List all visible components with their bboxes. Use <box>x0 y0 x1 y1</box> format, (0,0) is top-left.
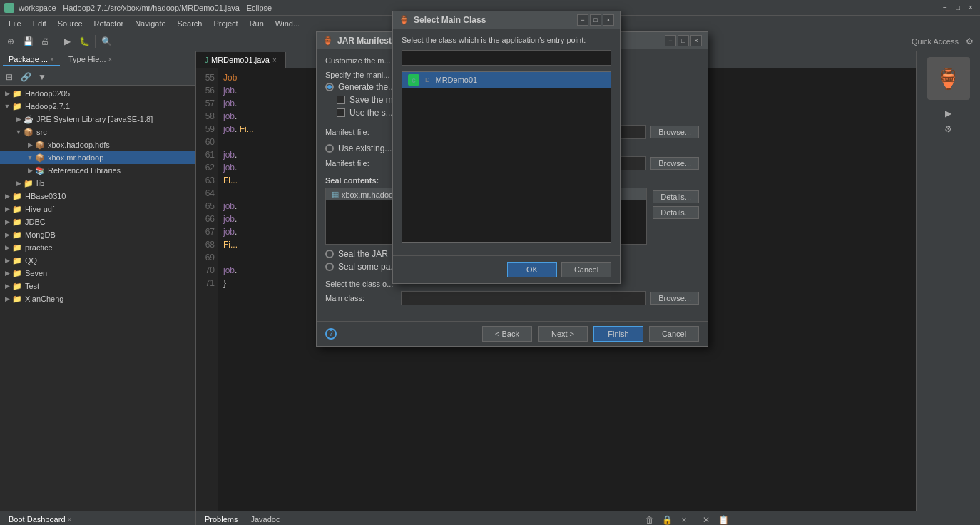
link-editor-button[interactable]: 🔗 <box>18 69 34 85</box>
minimize-button[interactable]: − <box>940 3 950 13</box>
radio-existing-label: Use existing... <box>338 143 392 153</box>
run-button[interactable]: ▶ <box>59 34 75 49</box>
jar-close-btn[interactable]: × <box>690 35 702 46</box>
filter-button[interactable]: ▼ <box>34 69 50 85</box>
menu-window[interactable]: Wind... <box>270 18 305 29</box>
class-list-item-mrdemo[interactable]: c D MRDemo01 <box>402 72 611 88</box>
close-boot-tab[interactable]: × <box>68 516 72 524</box>
tree-item-hive[interactable]: ▶ 📁 Hive-udf <box>0 203 195 215</box>
class-list: c D MRDemo01 <box>402 71 611 243</box>
select-cancel-button[interactable]: Cancel <box>561 262 611 277</box>
radio-existing-circle <box>325 144 334 153</box>
ok-button[interactable]: OK <box>507 262 557 277</box>
tree-item-ref-libs[interactable]: ▶ 📚 Referenced Libraries <box>0 164 195 177</box>
qq-icon: 📁 <box>11 255 23 266</box>
right-panel: 🏺 ▶ ⚙ <box>916 51 980 511</box>
panel-header: Package ... × Type Hie... × <box>0 51 195 68</box>
main-class-row: Main class: Browse... <box>325 291 699 305</box>
main-class-input[interactable] <box>401 291 646 305</box>
browse-btn-2[interactable]: Browse... <box>650 157 699 170</box>
console-clear-btn[interactable]: 🗑 <box>642 512 658 526</box>
details-btn-2[interactable]: Details... <box>653 206 699 219</box>
tab-boot-dashboard[interactable]: Boot Dashboard × <box>3 514 77 526</box>
details-btn-1[interactable]: Details... <box>653 190 699 203</box>
jar-help-icon[interactable]: ? <box>325 328 337 340</box>
menu-source[interactable]: Source <box>52 18 88 29</box>
select-minimize-btn[interactable]: − <box>577 14 588 26</box>
collapse-all-button[interactable]: ⊟ <box>1 69 17 85</box>
browse-btn-main[interactable]: Browse... <box>650 292 699 305</box>
new-button[interactable]: ⊕ <box>3 34 19 49</box>
tree-item-hadoop0205[interactable]: ▶ 📁 Hadoop0205 <box>0 87 195 100</box>
package-tree: ▶ 📁 Hadoop0205 ▼ 📁 Hadoop2.7.1 ▶ ☕ JRE S… <box>0 86 195 511</box>
entry-point-label: Select the class which is the applicatio… <box>402 36 611 44</box>
browse-btn-1[interactable]: Browse... <box>650 126 699 138</box>
right-toolbar-btn2[interactable]: ⚙ <box>919 121 977 137</box>
editor-tab-icon: J <box>205 56 208 64</box>
error-copy-btn[interactable]: 📋 <box>715 512 731 526</box>
class-search-input[interactable] <box>402 50 611 66</box>
select-class-title: Select Main Class <box>414 15 573 25</box>
tree-item-qq[interactable]: ▶ 📁 QQ <box>0 254 195 267</box>
menu-navigate[interactable]: Navigate <box>129 18 171 29</box>
tab-javadoc[interactable]: Javadoc <box>245 514 285 526</box>
tree-item-seven[interactable]: ▶ 📁 Seven <box>0 267 195 280</box>
finish-button[interactable]: Finish <box>593 326 643 342</box>
select-main-class-dialog[interactable]: 🏺 Select Main Class − □ × Select the cla… <box>392 11 621 284</box>
tree-item-lib[interactable]: ▶ 📁 lib <box>0 177 195 190</box>
menu-refactor[interactable]: Refactor <box>88 18 130 29</box>
project-icon-2: 📁 <box>11 101 23 112</box>
save-button[interactable]: 💾 <box>20 34 36 49</box>
menu-run[interactable]: Run <box>244 18 270 29</box>
jar-maximize-btn[interactable]: □ <box>678 35 689 46</box>
debug-button[interactable]: 🐛 <box>76 34 92 49</box>
tree-item-xbox-hdfs[interactable]: ▶ 📦 xbox.hadoop.hdfs <box>0 138 195 151</box>
tree-item-practice[interactable]: ▶ 📁 practice <box>0 241 195 254</box>
tree-item-hbase[interactable]: ▶ 📁 HBase0310 <box>0 190 195 203</box>
console-panel: Problems Javadoc 🗑 🔒 × <terminated> MRDe… <box>196 511 695 525</box>
menu-file[interactable]: File <box>3 18 27 29</box>
jar-minimize-btn[interactable]: − <box>665 35 676 46</box>
close-package-tab[interactable]: × <box>50 56 54 63</box>
tree-item-xiancheng[interactable]: ▶ 📁 XianCheng <box>0 292 195 305</box>
back-button[interactable]: < Back <box>482 326 532 342</box>
search-button[interactable]: 🔍 <box>98 34 114 49</box>
tree-item-hadoop271[interactable]: ▼ 📁 Hadoop2.7.1 <box>0 100 195 113</box>
tree-item-mongodb[interactable]: ▶ 📁 MongDB <box>0 228 195 241</box>
console-scroll-lock-btn[interactable]: 🔒 <box>659 512 675 526</box>
use-manifest-chk[interactable] <box>337 108 345 117</box>
close-type-tab[interactable]: × <box>108 56 113 63</box>
console-close-btn[interactable]: × <box>676 512 692 526</box>
right-toolbar-btn[interactable]: ▶ <box>919 106 977 121</box>
tree-item-xbox-mr[interactable]: ▼ 📦 xbox.mr.hadoop <box>0 151 195 164</box>
select-close-btn[interactable]: × <box>603 14 614 26</box>
tree-item-jre[interactable]: ▶ ☕ JRE System Library [JavaSE-1.8] <box>0 113 195 126</box>
next-button[interactable]: Next > <box>538 326 588 342</box>
tree-item-src[interactable]: ▼ 📦 src <box>0 126 195 138</box>
main-class-label: Main class: <box>325 294 397 302</box>
editor-tab-mrdemo[interactable]: J MRDemo01.java × <box>196 52 286 68</box>
maximize-button[interactable]: □ <box>953 3 963 13</box>
tree-item-test[interactable]: ▶ 📁 Test <box>0 280 195 292</box>
toolbar-separator-1 <box>56 35 56 48</box>
menu-project[interactable]: Project <box>208 18 243 29</box>
tab-package-explorer[interactable]: Package ... × <box>3 53 60 66</box>
select-class-content: Select the class which is the applicatio… <box>393 29 620 255</box>
jre-icon: ☕ <box>23 113 34 125</box>
save-manifest-chk[interactable] <box>337 96 345 104</box>
cancel-button[interactable]: Cancel <box>649 326 699 342</box>
menu-edit[interactable]: Edit <box>27 18 52 29</box>
tab-type-hierarchy[interactable]: Type Hie... × <box>63 53 118 66</box>
jar-footer: ? < Back Next > Finish Cancel <box>317 321 708 346</box>
project-icon: 📁 <box>11 88 23 99</box>
tab-problems[interactable]: Problems <box>199 514 243 526</box>
tree-item-jdbc[interactable]: ▶ 📁 JDBC <box>0 215 195 228</box>
close-editor-tab[interactable]: × <box>272 56 277 64</box>
practice-icon: 📁 <box>11 242 23 253</box>
print-button[interactable]: 🖨 <box>37 34 53 49</box>
settings-button[interactable]: ⚙ <box>961 34 977 49</box>
error-clear-btn[interactable]: ✕ <box>698 512 714 526</box>
menu-search[interactable]: Search <box>172 18 208 29</box>
close-button[interactable]: × <box>966 3 976 13</box>
select-maximize-btn[interactable]: □ <box>590 14 601 26</box>
